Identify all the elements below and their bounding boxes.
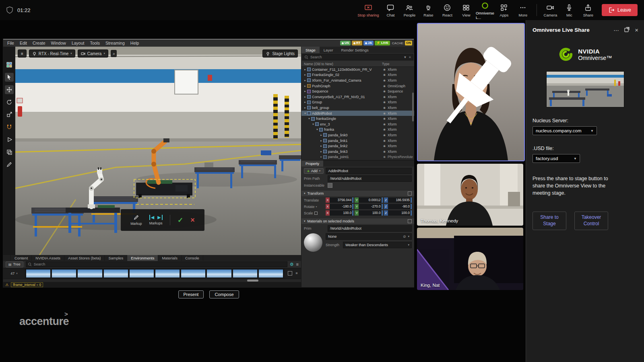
materials-section-header[interactable]: ▾Materials on selected models [301,218,414,224]
render-mode-dropdown[interactable]: RTX - Real-Time ▾ [29,49,75,58]
menu-layout[interactable]: Layout [72,41,85,45]
leave-button[interactable]: Leave [602,4,638,16]
menu-streaming[interactable]: Streaming [105,41,125,45]
sky-thumbnail[interactable] [103,269,128,278]
visibility-eye-icon[interactable]: ◉ [381,144,388,148]
expand-caret-icon[interactable]: ▾ [307,117,311,120]
table-row-selected[interactable]: ▾AddtnlRobot◉Xform [301,111,414,116]
visibility-eye-icon[interactable]: ◉ [381,128,388,131]
translate-x-field[interactable]: 3756.044 [330,197,353,203]
chat-button[interactable]: Chat [381,3,400,17]
live-badge[interactable]: ⚡LIVE [375,41,390,45]
raise-hand-button[interactable]: Raise [419,3,438,17]
scale-x-field[interactable]: 100.0 [330,210,353,216]
tab-asset-stores[interactable]: Asset Stores (beta) [64,255,105,261]
stop-sharing-button[interactable]: Stop sharing [355,3,381,17]
share-to-stage-button[interactable]: Share to Stage [533,212,566,230]
content-settings-gear-icon[interactable]: ⚙ [290,262,294,267]
options-icon[interactable]: ≡ [409,56,411,59]
translate-z-field[interactable]: 186.5935 [388,197,412,203]
expand-caret-icon[interactable]: ▸ [319,150,323,153]
visibility-eye-icon[interactable]: ◉ [381,139,388,142]
camera-dropdown[interactable]: Camera ▾ [78,49,108,58]
rotate-x-field[interactable]: -180.0 [330,204,353,209]
menu-create[interactable]: Create [33,41,45,45]
table-row[interactable]: ▸panda_link0◉Xform [301,132,414,138]
visibility-eye-icon[interactable]: ◉ [381,84,388,88]
panel-popout-icon[interactable] [624,27,630,33]
table-row[interactable]: ▸panda_link1◉Xform [301,138,414,144]
menu-edit[interactable]: Edit [20,41,27,45]
content-search-input[interactable]: Search [26,261,287,267]
tab-materials[interactable]: Materials [158,255,182,261]
rotate-y-field[interactable]: -270.0 [359,204,382,209]
prim-name-field[interactable]: AddtnlRobot [326,168,412,174]
scale-z-field[interactable]: 100.0 [388,210,412,216]
table-row[interactable]: ▾env_3◉Xform [301,121,414,127]
transform-section-header[interactable]: ▾Transform [301,191,414,196]
content-list-icon[interactable]: ≡ [296,262,299,267]
table-row[interactable]: ▸FrankaSingle_02◉Xform [301,72,414,78]
list-view-icon[interactable]: ≡ [295,271,297,276]
sky-thumbnail[interactable] [155,269,180,278]
select-tool[interactable] [5,73,14,82]
material-prim-field[interactable]: /World/AddtnlRobot [328,225,412,232]
grid-view-icon[interactable] [288,271,292,276]
react-button[interactable]: React [438,3,457,17]
table-row[interactable]: ▸Group◉Xform [301,100,414,105]
visibility-eye-icon[interactable]: ◉ [381,117,388,120]
takeover-control-button[interactable]: Takeover Control [574,212,608,230]
tab-samples[interactable]: Samples [105,255,127,261]
expand-caret-icon[interactable]: ▸ [303,106,307,109]
clear-material-icon[interactable]: ⊘ [403,234,406,239]
expand-caret-icon[interactable]: ▾ [315,128,319,131]
translate-y-field[interactable]: 0.00012 [359,197,382,203]
panel-more-icon[interactable]: ⋯ [613,27,619,33]
filter-icon[interactable]: ▼ [403,56,407,59]
table-row[interactable]: ▸PushGraph◉OmniGraph [301,83,414,89]
add-property-button[interactable]: +Add▾ [304,168,324,174]
menu-window[interactable]: Window [51,41,66,45]
visibility-eye-icon[interactable]: ◉ [381,68,388,71]
markup-button[interactable]: Markup [130,214,142,226]
expand-caret-icon[interactable]: ▸ [303,73,307,76]
more-button[interactable]: More [514,3,533,17]
visibility-eye-icon[interactable]: ◉ [381,106,388,109]
menu-tools[interactable]: Tools [90,41,100,45]
table-row[interactable]: ▸ConveyorBelt_A17_PR_NVD_01◉Xform [301,94,414,100]
prim-path-field[interactable]: /World/AddtnlRobot [328,175,412,182]
table-row[interactable]: ▸belt_group◉Xform [301,105,414,111]
column-name[interactable]: Name (Old to New) [304,62,382,66]
prev-markup-icon[interactable]: ◀ [149,215,154,220]
material-select[interactable]: None ⊘ ▾ [326,233,412,240]
tab-content[interactable] [3,255,11,261]
menu-file[interactable]: File [7,41,14,45]
visibility-eye-icon[interactable]: ◉ [381,155,388,158]
tab-stage[interactable]: Stage [301,47,320,53]
omniverse-app-button[interactable]: Omniverse L... [476,1,495,20]
play-tool[interactable] [5,135,14,144]
panel-close-icon[interactable]: × [635,27,638,33]
visibility-eye-icon[interactable]: ◉ [381,134,388,137]
table-row[interactable]: ▾frankaSingle◉Xform [301,116,414,121]
visibility-eye-icon[interactable]: ◉ [381,150,388,153]
layers-tool[interactable] [5,148,14,156]
asset-grid-tool[interactable] [5,60,14,69]
move-tool[interactable] [5,85,14,94]
expand-caret-icon[interactable]: ▸ [319,155,323,158]
sky-thumbnail[interactable] [52,269,76,278]
apps-button[interactable]: Apps [495,3,514,17]
sky-thumbnail[interactable] [129,269,154,278]
compose-button[interactable]: Compose [209,290,239,298]
expand-caret-icon[interactable]: ▸ [303,84,307,88]
column-type[interactable]: Type [382,62,414,66]
sky-thumbnails[interactable] [25,268,284,278]
visibility-eye-icon[interactable]: ◉ [381,73,388,76]
sky-thumbnail[interactable] [258,269,283,278]
scale-lock-icon[interactable] [314,212,318,215]
expand-caret-icon[interactable]: ▸ [319,139,323,142]
rotate-z-field[interactable]: -90.0 [388,204,412,209]
expand-caret-icon[interactable]: ▸ [319,134,323,137]
filmstrip-scrollbar[interactable] [3,279,301,282]
tree-toggle-button[interactable]: ▤Tree [6,261,23,267]
